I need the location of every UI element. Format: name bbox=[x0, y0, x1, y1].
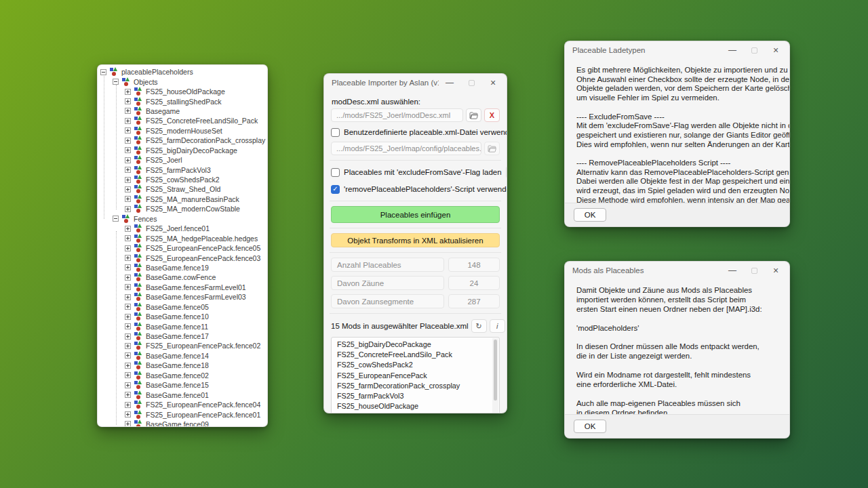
tree-node[interactable]: BaseGame.fence11 bbox=[98, 321, 267, 331]
expand-plus-icon[interactable] bbox=[125, 294, 131, 300]
ladetypen-titlebar[interactable]: Placeable Ladetypen — × bbox=[565, 41, 789, 59]
browse-folder-button[interactable] bbox=[466, 108, 481, 122]
expand-plus-icon[interactable] bbox=[125, 157, 131, 163]
tree-node[interactable]: FS25_houseOldPackage bbox=[98, 87, 267, 96]
refresh-icon[interactable]: ↻ bbox=[471, 319, 487, 333]
expand-plus-icon[interactable] bbox=[125, 402, 131, 408]
tree-node[interactable]: BaseGame.fence09 bbox=[98, 420, 267, 426]
tree-node[interactable]: BaseGame.fence01 bbox=[98, 390, 267, 399]
insert-placeables-button[interactable]: Placeables einfügen bbox=[331, 206, 500, 223]
mod-list-item[interactable]: FS25_EuropeanFencePack bbox=[337, 371, 490, 381]
custom-xml-path-field[interactable]: .../mods/FS25_Joerl/map/config/placeable… bbox=[331, 142, 481, 155]
expand-plus-icon[interactable] bbox=[125, 89, 131, 95]
ok-button[interactable]: OK bbox=[574, 420, 606, 433]
tree-node[interactable]: BaseGame.cowFence bbox=[98, 272, 267, 282]
tree-node[interactable]: FS25_farmDecorationPack_crossplay bbox=[98, 136, 267, 145]
expand-plus-icon[interactable] bbox=[125, 167, 131, 173]
browse-custom-folder-button[interactable] bbox=[484, 142, 500, 155]
mod-list-item[interactable]: FS25_cowShedsPack2 bbox=[337, 360, 490, 370]
tree-node[interactable]: BaseGame.fence05 bbox=[98, 302, 267, 312]
tree-node[interactable]: Fences bbox=[98, 214, 267, 224]
tree-node[interactable]: BaseGame.fence15 bbox=[98, 380, 267, 390]
expand-plus-icon[interactable] bbox=[125, 245, 131, 251]
tree-node[interactable]: BaseGame.fence10 bbox=[98, 312, 267, 321]
collapse-minus-icon[interactable] bbox=[113, 79, 119, 85]
close-icon[interactable]: × bbox=[765, 42, 787, 58]
tree-node[interactable]: FS25_ConcreteFreeLandSilo_Pack bbox=[98, 116, 267, 125]
tree-node[interactable]: Objects bbox=[98, 77, 267, 86]
minimize-icon[interactable]: — bbox=[439, 75, 460, 91]
mods-dialog-titlebar[interactable]: Mods als Placeables — × bbox=[565, 262, 789, 279]
expand-plus-icon[interactable] bbox=[125, 274, 131, 281]
expand-plus-icon[interactable] bbox=[125, 147, 131, 153]
expand-plus-icon[interactable] bbox=[125, 372, 131, 378]
minimize-icon[interactable]: — bbox=[722, 262, 743, 279]
exclude-from-save-checkbox[interactable] bbox=[331, 168, 340, 177]
mod-list-item[interactable]: FS25_houseOldPackage bbox=[337, 401, 490, 411]
custom-xml-checkbox[interactable] bbox=[331, 128, 340, 137]
expand-plus-icon[interactable] bbox=[125, 392, 131, 398]
mod-list-item[interactable]: FS25_ConcreteFreeLandSilo_Pack bbox=[337, 350, 490, 360]
tree-node[interactable]: FS25_modernHouseSet bbox=[98, 126, 267, 136]
collapse-minus-icon[interactable] bbox=[100, 69, 106, 75]
mod-list-item[interactable]: FS25_bigDairyDecoPackage bbox=[337, 340, 490, 350]
expand-plus-icon[interactable] bbox=[125, 363, 131, 369]
collapse-minus-icon[interactable] bbox=[113, 216, 119, 222]
expand-plus-icon[interactable] bbox=[125, 304, 131, 310]
expand-plus-icon[interactable] bbox=[125, 226, 131, 232]
tree-node[interactable]: BaseGame.fence02 bbox=[98, 371, 267, 380]
minimize-icon[interactable]: — bbox=[722, 42, 743, 58]
tree-node[interactable]: FS25_farmPackVol3 bbox=[98, 165, 267, 174]
scrollbar[interactable] bbox=[492, 338, 498, 413]
expand-plus-icon[interactable] bbox=[125, 138, 131, 144]
tree-node[interactable]: FS25_cowShedsPack2 bbox=[98, 175, 267, 184]
tree-node[interactable]: FS25_EuropeanFencePack.fence05 bbox=[98, 243, 267, 253]
maximize-icon[interactable] bbox=[460, 75, 482, 91]
expand-plus-icon[interactable] bbox=[125, 264, 131, 270]
expand-plus-icon[interactable] bbox=[125, 343, 131, 349]
mod-list-item[interactable]: FS25_farmPackVol3 bbox=[337, 391, 490, 401]
tree-node[interactable]: BaseGame.fencesFarmLevel03 bbox=[98, 292, 267, 302]
tree-node[interactable]: FS25_MA_modernCowStable bbox=[98, 204, 267, 214]
close-icon[interactable]: × bbox=[765, 262, 787, 279]
tree-node[interactable]: placeablePlaceholders bbox=[98, 67, 267, 77]
expand-plus-icon[interactable] bbox=[125, 196, 131, 202]
tree-node[interactable]: BaseGame.fencesFarmLevel01 bbox=[98, 283, 267, 292]
tree-node[interactable]: FS25_bigDairyDecoPackage bbox=[98, 146, 267, 155]
tree-node[interactable]: FS25_EuropeanFencePack.fence03 bbox=[98, 253, 267, 262]
maximize-icon[interactable] bbox=[743, 262, 765, 279]
importer-titlebar[interactable]: Placeable Importer by Aslan (v1.1) — × bbox=[324, 74, 507, 92]
remove-script-checkbox[interactable]: ✓ bbox=[331, 185, 340, 194]
mods-listbox[interactable]: FS25_bigDairyDecoPackageFS25_ConcreteFre… bbox=[331, 337, 500, 413]
exclude-info-button[interactable]: i bbox=[506, 165, 507, 179]
expand-plus-icon[interactable] bbox=[125, 235, 131, 241]
tree-node[interactable]: FS25_Joerl.fence01 bbox=[98, 224, 267, 233]
tree-node[interactable]: BaseGame.fence19 bbox=[98, 263, 267, 272]
expand-plus-icon[interactable] bbox=[125, 255, 131, 261]
close-icon[interactable]: × bbox=[482, 75, 504, 91]
scrollbar-thumb[interactable] bbox=[494, 340, 497, 401]
expand-plus-icon[interactable] bbox=[125, 333, 131, 340]
expand-plus-icon[interactable] bbox=[125, 314, 131, 320]
expand-plus-icon[interactable] bbox=[125, 177, 131, 183]
expand-plus-icon[interactable] bbox=[125, 323, 131, 329]
tree-node[interactable]: FS25_MA_manureBasinPack bbox=[98, 195, 267, 204]
expand-plus-icon[interactable] bbox=[125, 127, 131, 134]
maximize-icon[interactable] bbox=[743, 42, 765, 58]
clear-path-button[interactable]: X bbox=[484, 108, 500, 122]
mod-list-item[interactable]: FS25_farmDecorationPack_crossplay bbox=[337, 381, 490, 391]
moddesc-path-field[interactable]: .../mods/FS25_Joerl/modDesc.xml bbox=[331, 108, 463, 122]
tree-node[interactable]: FS25_MA_hedgePlaceable.hedges bbox=[98, 233, 267, 243]
update-transforms-button[interactable]: Objekt Transforms in XML aktualisieren bbox=[331, 233, 500, 247]
expand-plus-icon[interactable] bbox=[125, 206, 131, 212]
tree-node[interactable]: FS25_Straw_Shed_Old bbox=[98, 184, 267, 194]
tree-node[interactable]: FS25_EuropeanFencePack.fence04 bbox=[98, 400, 267, 409]
expand-plus-icon[interactable] bbox=[125, 411, 131, 418]
tree-node[interactable]: FS25_Joerl bbox=[98, 155, 267, 165]
expand-plus-icon[interactable] bbox=[125, 108, 131, 114]
tree-node[interactable]: FS25_stallingShedPack bbox=[98, 96, 267, 106]
tree-node[interactable]: FS25_EuropeanFencePack.fence02 bbox=[98, 341, 267, 350]
expand-plus-icon[interactable] bbox=[125, 421, 131, 426]
expand-plus-icon[interactable] bbox=[125, 352, 131, 359]
tree-node[interactable]: BaseGame.fence17 bbox=[98, 331, 267, 341]
